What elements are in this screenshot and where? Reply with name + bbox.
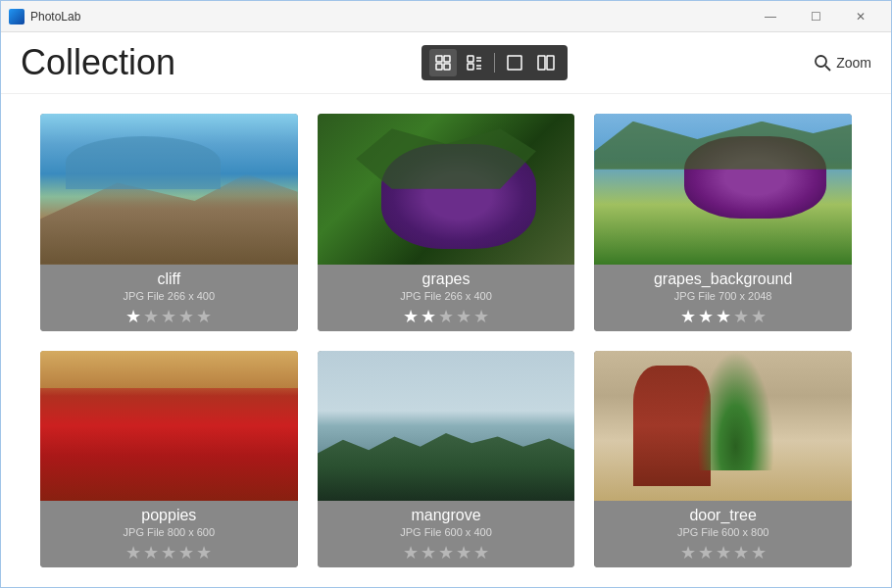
star-3-of-poppies[interactable]: ★ [161, 542, 176, 564]
star-4-of-cliff[interactable]: ★ [178, 306, 194, 327]
toolbar-center [195, 45, 793, 80]
zoom-label: Zoom [836, 55, 871, 71]
maximize-button[interactable]: ☐ [793, 1, 838, 32]
photo-thumb-grapes [318, 114, 575, 265]
photo-info-grapes_background: grapes_backgroundJPG File 700 x 2048★★★★… [594, 265, 852, 331]
photo-thumb-poppies [40, 351, 298, 502]
star-4-of-poppies[interactable]: ★ [178, 542, 194, 564]
svg-line-14 [825, 66, 830, 71]
svg-rect-4 [468, 56, 473, 62]
view-btn-grid-small[interactable] [429, 49, 457, 76]
grid-small-icon [434, 54, 452, 72]
photo-grid: cliffJPG File 266 x 400★★★★★grapesJPG Fi… [1, 94, 891, 587]
svg-rect-12 [547, 56, 554, 70]
star-2-of-cliff[interactable]: ★ [143, 306, 159, 327]
photo-info-mangrove: mangroveJPG File 600 x 400★★★★★ [318, 501, 575, 567]
star-2-of-grapes_background[interactable]: ★ [698, 306, 714, 327]
photo-thumb-mangrove [318, 351, 575, 502]
view-btn-list[interactable] [461, 49, 488, 76]
photo-meta-cliff: JPG File 266 x 400 [48, 290, 290, 302]
view-separator [494, 53, 495, 73]
photo-info-poppies: poppiesJPG File 800 x 600★★★★★ [40, 501, 298, 567]
single-view-icon [506, 54, 523, 72]
photo-stars-door_tree[interactable]: ★★★★★ [602, 542, 844, 564]
photo-card-grapes[interactable]: grapesJPG File 266 x 400★★★★★ [318, 114, 575, 331]
photo-stars-poppies[interactable]: ★★★★★ [48, 542, 290, 564]
star-4-of-grapes_background[interactable]: ★ [733, 306, 749, 327]
content-area: Collection [1, 32, 891, 587]
star-4-of-mangrove[interactable]: ★ [456, 542, 471, 564]
photo-name-mangrove: mangrove [325, 507, 568, 524]
title-bar: PhotoLab — ☐ ✕ [1, 1, 891, 32]
photo-name-grapes_background: grapes_background [602, 270, 844, 288]
list-grid-icon [466, 54, 483, 72]
star-1-of-door_tree[interactable]: ★ [680, 542, 696, 564]
photo-card-door_tree[interactable]: door_treeJPG File 600 x 800★★★★★ [594, 351, 852, 568]
star-4-of-grapes[interactable]: ★ [456, 306, 471, 327]
photo-stars-grapes_background[interactable]: ★★★★★ [602, 306, 844, 327]
photo-info-cliff: cliffJPG File 266 x 400★★★★★ [40, 265, 298, 331]
photo-info-grapes: grapesJPG File 266 x 400★★★★★ [318, 265, 575, 331]
photo-meta-mangrove: JPG File 600 x 400 [325, 526, 568, 538]
photo-card-poppies[interactable]: poppiesJPG File 800 x 600★★★★★ [40, 351, 298, 568]
star-5-of-mangrove[interactable]: ★ [473, 542, 489, 564]
star-1-of-mangrove[interactable]: ★ [403, 542, 419, 564]
star-2-of-poppies[interactable]: ★ [143, 542, 159, 564]
photo-meta-grapes: JPG File 266 x 400 [325, 290, 568, 302]
view-btn-single[interactable] [501, 49, 528, 76]
star-3-of-cliff[interactable]: ★ [161, 306, 176, 327]
photo-thumb-door_tree [594, 351, 852, 502]
star-2-of-grapes[interactable]: ★ [421, 306, 436, 327]
star-4-of-door_tree[interactable]: ★ [733, 542, 749, 564]
page-title: Collection [21, 42, 175, 83]
photo-name-cliff: cliff [48, 270, 290, 288]
star-5-of-poppies[interactable]: ★ [196, 542, 212, 564]
star-5-of-grapes_background[interactable]: ★ [751, 306, 767, 327]
star-3-of-grapes_background[interactable]: ★ [716, 306, 731, 327]
compare-icon [537, 54, 555, 72]
star-3-of-grapes[interactable]: ★ [438, 306, 454, 327]
close-button[interactable]: ✕ [838, 1, 883, 32]
svg-rect-7 [468, 64, 473, 70]
photo-thumb-cliff [40, 114, 298, 265]
star-2-of-mangrove[interactable]: ★ [421, 542, 436, 564]
star-3-of-door_tree[interactable]: ★ [716, 542, 731, 564]
view-btn-compare[interactable] [532, 49, 560, 76]
photo-stars-cliff[interactable]: ★★★★★ [48, 306, 290, 327]
star-1-of-poppies[interactable]: ★ [125, 542, 141, 564]
svg-rect-2 [436, 64, 442, 70]
app-title: PhotoLab [30, 10, 80, 24]
star-5-of-grapes[interactable]: ★ [473, 306, 489, 327]
star-1-of-cliff[interactable]: ★ [125, 306, 141, 327]
star-2-of-door_tree[interactable]: ★ [698, 542, 714, 564]
zoom-button[interactable]: Zoom [813, 53, 871, 73]
photo-meta-poppies: JPG File 800 x 600 [48, 526, 290, 538]
svg-rect-10 [508, 56, 521, 70]
minimize-button[interactable]: — [748, 1, 793, 32]
photo-stars-mangrove[interactable]: ★★★★★ [325, 542, 568, 564]
photo-name-door_tree: door_tree [602, 507, 844, 524]
star-3-of-mangrove[interactable]: ★ [438, 542, 454, 564]
view-buttons-group [421, 45, 568, 80]
title-bar-left: PhotoLab [9, 9, 80, 24]
svg-rect-0 [436, 56, 442, 62]
app-icon [9, 9, 25, 24]
svg-rect-3 [444, 64, 450, 70]
svg-point-13 [816, 56, 826, 67]
photo-name-grapes: grapes [325, 270, 568, 288]
toolbar-right: Zoom [813, 53, 871, 73]
star-1-of-grapes_background[interactable]: ★ [680, 306, 696, 327]
photo-meta-grapes_background: JPG File 700 x 2048 [602, 290, 844, 302]
photo-card-mangrove[interactable]: mangroveJPG File 600 x 400★★★★★ [318, 351, 575, 568]
star-1-of-grapes[interactable]: ★ [403, 306, 419, 327]
toolbar: Collection [1, 32, 891, 94]
photo-thumb-grapes_background [594, 114, 852, 265]
star-5-of-door_tree[interactable]: ★ [751, 542, 767, 564]
photo-card-cliff[interactable]: cliffJPG File 266 x 400★★★★★ [40, 114, 298, 331]
app-window: PhotoLab — ☐ ✕ Collection [0, 0, 892, 588]
photo-stars-grapes[interactable]: ★★★★★ [325, 306, 568, 327]
svg-rect-11 [538, 56, 545, 70]
photo-card-grapes_background[interactable]: grapes_backgroundJPG File 700 x 2048★★★★… [594, 114, 852, 331]
star-5-of-cliff[interactable]: ★ [196, 306, 212, 327]
photo-meta-door_tree: JPG File 600 x 800 [602, 526, 844, 538]
